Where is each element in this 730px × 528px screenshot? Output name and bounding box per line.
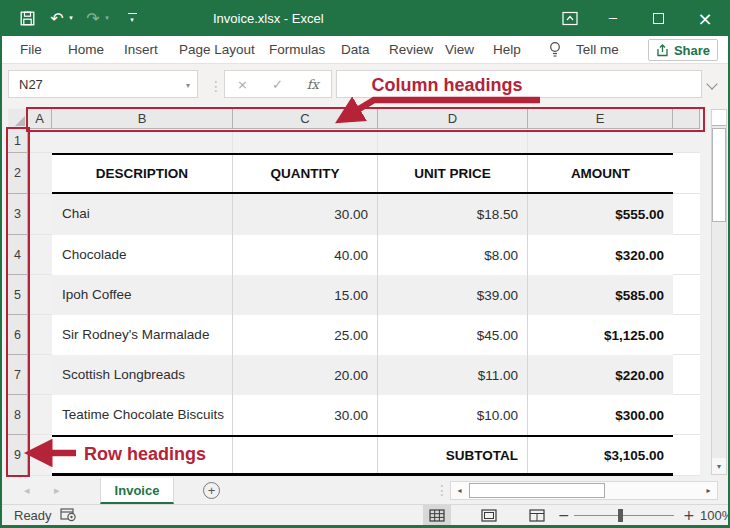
cell-description[interactable]: Teatime Chocolate Biscuits	[52, 395, 233, 435]
tab-file[interactable]: File	[20, 36, 42, 63]
formula-bar-row: N27 ▾ ⋮ × ✓ fx	[2, 64, 728, 108]
lightbulb-icon	[548, 36, 562, 63]
tab-page-layout[interactable]: Page Layout	[179, 36, 255, 63]
page-layout-view-icon[interactable]	[475, 505, 503, 525]
tab-view[interactable]: View	[445, 36, 474, 63]
zoom-in-icon[interactable]: +	[683, 505, 695, 525]
cell-unit-price[interactable]: $39.00	[378, 275, 528, 315]
sheet-rows: DESCRIPTION QUANTITY UNIT PRICE AMOUNT C…	[28, 129, 700, 476]
cell-quantity[interactable]: 20.00	[233, 355, 378, 395]
minimize-button[interactable]: ─	[596, 0, 630, 36]
vertical-scrollbar[interactable]: ▾	[711, 109, 727, 475]
cell-amount[interactable]: $1,125.00	[528, 315, 673, 355]
table-data-row[interactable]: Chocolade 40.00 $8.00 $320.00	[28, 235, 700, 275]
previous-sheet-icon[interactable]: ◂	[24, 484, 30, 497]
cell-quantity[interactable]: 40.00	[233, 235, 378, 275]
cell-amount[interactable]: $220.00	[528, 355, 673, 395]
subtotal-row[interactable]: SUBTOTAL $3,105.00	[28, 435, 700, 476]
share-button[interactable]: Share	[648, 39, 718, 61]
customize-quick-access-toolbar-icon[interactable]: ▾	[124, 0, 140, 36]
table-header-row[interactable]: DESCRIPTION QUANTITY UNIT PRICE AMOUNT	[28, 153, 700, 194]
tab-data[interactable]: Data	[341, 36, 370, 63]
table-data-row[interactable]: Chai 30.00 $18.50 $555.00	[28, 194, 700, 235]
cell-description[interactable]: Scottish Longbreads	[52, 355, 233, 395]
table-data-row[interactable]: Scottish Longbreads 20.00 $11.00 $220.00	[28, 355, 700, 395]
table-data-row[interactable]: Sir Rodney's Marmalade 25.00 $45.00 $1,1…	[28, 315, 700, 355]
row-headings-highlight-box	[6, 127, 30, 477]
header-unit-price[interactable]: UNIT PRICE	[378, 155, 528, 192]
subtotal-amount[interactable]: $3,105.00	[528, 437, 673, 473]
window-border-left	[0, 36, 2, 528]
cell-unit-price[interactable]: $11.00	[378, 355, 528, 395]
cell-amount[interactable]: $320.00	[528, 235, 673, 275]
formula-bar-separator-dots: ⋮	[209, 78, 223, 94]
zoom-level[interactable]: 100%	[700, 505, 730, 525]
undo-dropdown-icon[interactable]: ▾	[66, 0, 76, 36]
scroll-left-icon[interactable]: ◂	[452, 483, 467, 498]
table-data-row[interactable]: Teatime Chocolate Biscuits 30.00 $10.00 …	[28, 395, 700, 435]
share-label: Share	[674, 43, 710, 58]
cell-amount[interactable]: $555.00	[528, 194, 673, 235]
table-data-row[interactable]: Ipoh Coffee 15.00 $39.00 $585.00	[28, 275, 700, 315]
header-description[interactable]: DESCRIPTION	[52, 155, 233, 192]
next-sheet-icon[interactable]: ▸	[54, 484, 60, 497]
header-amount[interactable]: AMOUNT	[528, 155, 673, 192]
cell-quantity[interactable]: 25.00	[233, 315, 378, 355]
tab-formulas[interactable]: Formulas	[269, 36, 325, 63]
normal-view-icon[interactable]	[423, 505, 451, 525]
tell-me-box[interactable]: Tell me	[576, 36, 619, 63]
page-break-preview-icon[interactable]	[523, 505, 551, 525]
cell-unit-price[interactable]: $10.00	[378, 395, 528, 435]
window-title: Invoice.xlsx - Excel	[213, 0, 324, 36]
expand-formula-bar-icon[interactable]	[706, 78, 717, 89]
insert-function-icon[interactable]: fx	[307, 77, 319, 92]
cell-description[interactable]: Chocolade	[52, 235, 233, 275]
maximize-button[interactable]	[641, 0, 675, 36]
tab-review[interactable]: Review	[389, 36, 433, 63]
tab-help[interactable]: Help	[493, 36, 521, 63]
undo-icon[interactable]: ↶	[48, 0, 66, 36]
enter-check-icon: ✓	[272, 77, 283, 92]
header-quantity[interactable]: QUANTITY	[233, 155, 378, 192]
scroll-up-button[interactable]	[712, 110, 726, 126]
cell-description[interactable]: Chai	[52, 194, 233, 235]
cell-unit-price[interactable]: $18.50	[378, 194, 528, 235]
cell-quantity[interactable]: 15.00	[233, 275, 378, 315]
excel-window: ↶ ▾ ↷ ▾ ▾ Invoice.xlsx - Excel ─ × File …	[0, 0, 730, 528]
sheet-tab-invoice[interactable]: Invoice	[100, 478, 174, 504]
close-button[interactable]: ×	[688, 0, 722, 36]
save-icon[interactable]	[16, 0, 38, 36]
ribbon-display-options-icon[interactable]	[553, 0, 587, 36]
tab-home[interactable]: Home	[68, 36, 104, 63]
formula-buttons: × ✓ fx	[224, 70, 332, 98]
cell-description[interactable]: Ipoh Coffee	[52, 275, 233, 315]
cell-quantity[interactable]: 30.00	[233, 395, 378, 435]
cell-unit-price[interactable]: $8.00	[378, 235, 528, 275]
zoom-slider-track[interactable]	[574, 515, 674, 516]
cell-description[interactable]: Sir Rodney's Marmalade	[52, 315, 233, 355]
scroll-right-icon[interactable]: ▸	[701, 483, 716, 498]
status-mode: Ready	[14, 505, 52, 525]
column-headings-highlight-box	[26, 107, 705, 132]
cell-quantity[interactable]: 30.00	[233, 194, 378, 235]
zoom-slider-thumb[interactable]	[618, 509, 623, 522]
macro-record-icon[interactable]	[60, 505, 77, 525]
zoom-out-icon[interactable]: −	[558, 505, 570, 525]
tabbar-separator-dots[interactable]: ⋮	[435, 482, 449, 498]
horizontal-scrollbar[interactable]: ◂ ▸	[450, 481, 718, 500]
new-sheet-button[interactable]: +	[203, 482, 220, 499]
name-box-dropdown-icon[interactable]: ▾	[186, 81, 190, 90]
tab-insert[interactable]: Insert	[124, 36, 158, 63]
cell-amount[interactable]: $300.00	[528, 395, 673, 435]
formula-input[interactable]	[336, 70, 702, 98]
sheet-row-empty[interactable]	[28, 129, 700, 153]
name-box[interactable]: N27 ▾	[8, 70, 198, 98]
select-all-triangle-icon	[15, 116, 25, 126]
cell-unit-price[interactable]: $45.00	[378, 315, 528, 355]
vertical-scrollbar-thumb[interactable]	[712, 128, 726, 222]
subtotal-label[interactable]: SUBTOTAL	[378, 437, 528, 473]
horizontal-scrollbar-thumb[interactable]	[469, 483, 605, 498]
scroll-down-icon[interactable]: ▾	[712, 458, 726, 474]
select-all-corner[interactable]	[8, 109, 28, 129]
cell-amount[interactable]: $585.00	[528, 275, 673, 315]
